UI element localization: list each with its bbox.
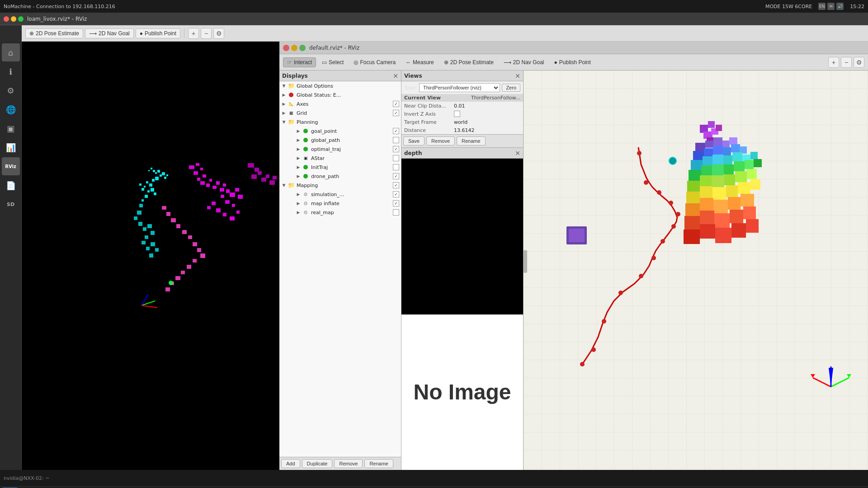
optimal-traj-expand[interactable] bbox=[296, 146, 301, 152]
rviz-pose-estimate-btn[interactable]: ⊕ 2D Pose Estimate bbox=[440, 57, 498, 67]
mapping-checkbox[interactable] bbox=[393, 182, 399, 188]
display-item-global-status[interactable]: Global Status: E... bbox=[279, 90, 401, 99]
loam-min-btn[interactable] bbox=[11, 16, 16, 22]
goal-point-expand[interactable] bbox=[296, 128, 301, 134]
display-item-global-options[interactable]: 📁 Global Options bbox=[279, 81, 401, 90]
views-remove-btn[interactable]: Remove bbox=[426, 136, 455, 145]
rviz-window-controls[interactable] bbox=[283, 45, 306, 51]
status-text: nvidia@NXX-02: ~ bbox=[4, 475, 49, 481]
sidebar-file-icon[interactable]: 📄 bbox=[2, 176, 20, 194]
sidebar-info-icon[interactable]: ℹ bbox=[2, 62, 20, 80]
loam-close-btn[interactable] bbox=[4, 16, 9, 22]
axes-checkbox[interactable] bbox=[393, 101, 399, 107]
global-path-expand[interactable] bbox=[296, 137, 301, 143]
display-item-simulation[interactable]: ⚙ simulation_... bbox=[287, 190, 401, 199]
rviz-interact-btn[interactable]: ☞ Interact bbox=[283, 57, 316, 67]
inittraj-expand[interactable] bbox=[296, 164, 301, 170]
views-close-btn[interactable]: ✕ bbox=[515, 72, 520, 80]
display-item-goal-point[interactable]: goal_point bbox=[287, 127, 401, 136]
optimal-traj-checkbox[interactable] bbox=[393, 146, 399, 152]
mapping-expand[interactable] bbox=[281, 183, 287, 188]
rviz-plus-btn[interactable]: + bbox=[828, 57, 839, 68]
svg-rect-41 bbox=[232, 204, 235, 207]
display-item-astar[interactable]: ▣ AStar bbox=[287, 154, 401, 163]
axes-expand[interactable] bbox=[281, 101, 287, 107]
simulation-expand[interactable] bbox=[296, 192, 301, 197]
rviz-extra-btn[interactable]: ⚙ bbox=[854, 57, 864, 68]
displays-duplicate-btn[interactable]: Duplicate bbox=[302, 459, 333, 468]
rviz-publish-point-btn[interactable]: ● Publish Point bbox=[550, 57, 595, 67]
views-type-select[interactable]: ThirdPersonFollower (rviz) bbox=[419, 83, 500, 92]
grid-expand[interactable] bbox=[281, 110, 287, 116]
sidebar-rviz-icon[interactable]: RViz bbox=[2, 157, 20, 175]
astar-checkbox[interactable] bbox=[393, 155, 399, 161]
invert-z-checkbox[interactable] bbox=[454, 111, 460, 117]
displays-add-btn[interactable]: Add bbox=[281, 459, 300, 468]
display-item-map-inflate[interactable]: ⚙ map inflate bbox=[287, 199, 401, 208]
sidebar-network-icon[interactable]: 🌐 bbox=[2, 100, 20, 118]
display-item-optimal-traj[interactable]: optimal_traj bbox=[287, 145, 401, 154]
display-item-real-map[interactable]: ⚙ real_map bbox=[287, 208, 401, 217]
svg-rect-76 bbox=[197, 248, 201, 252]
rviz-max-btn[interactable] bbox=[299, 45, 306, 51]
global-options-expand[interactable] bbox=[281, 83, 287, 89]
rviz-measure-btn[interactable]: ↔ Measure bbox=[401, 57, 438, 67]
rviz-focus-camera-btn[interactable]: ◎ Focus Camera bbox=[349, 57, 400, 67]
svg-rect-9 bbox=[166, 174, 168, 176]
displays-remove-btn[interactable]: Remove bbox=[334, 459, 363, 468]
sidebar-sd-icon[interactable]: SD bbox=[2, 195, 20, 213]
viewport-3d[interactable] bbox=[524, 70, 868, 470]
real-map-checkbox[interactable] bbox=[393, 209, 399, 216]
goal-point-checkbox[interactable] bbox=[393, 128, 399, 134]
depth-close-btn[interactable]: ✕ bbox=[515, 150, 520, 157]
views-rename-btn[interactable]: Rename bbox=[457, 136, 486, 145]
svg-rect-1 bbox=[148, 170, 150, 171]
rviz-nav-goal-btn[interactable]: ⟶ 2D Nav Goal bbox=[500, 57, 548, 67]
loam-max-btn[interactable] bbox=[18, 16, 24, 22]
rviz-toolbar-right: + − ⚙ bbox=[828, 57, 864, 68]
display-item-drone-path[interactable]: drone_path bbox=[287, 172, 401, 181]
rviz-close-btn[interactable] bbox=[283, 45, 289, 51]
loam-settings-btn[interactable]: ⚙ bbox=[213, 28, 224, 39]
bottom-bar: nvidia@NXX-02: ~ bbox=[0, 470, 868, 486]
loam-minus-btn[interactable]: − bbox=[201, 28, 212, 39]
simulation-checkbox[interactable] bbox=[393, 191, 399, 197]
display-item-inittraj[interactable]: InitTraj bbox=[287, 163, 401, 172]
sidebar-settings-icon[interactable]: ⚙ bbox=[2, 81, 20, 99]
displays-close-btn[interactable]: ✕ bbox=[393, 72, 398, 80]
map-inflate-expand[interactable] bbox=[296, 201, 301, 206]
global-path-checkbox[interactable] bbox=[393, 137, 399, 143]
sidebar-monitor-icon[interactable]: 📊 bbox=[2, 138, 20, 156]
inittraj-checkbox[interactable] bbox=[393, 164, 399, 170]
rviz-min-btn[interactable] bbox=[291, 45, 297, 51]
real-map-expand[interactable] bbox=[296, 210, 301, 215]
display-item-planning[interactable]: 📁 Planning bbox=[279, 117, 401, 127]
sidebar-home-icon[interactable]: ⌂ bbox=[2, 43, 20, 61]
loam-publish-point-btn[interactable]: ● Publish Point bbox=[136, 28, 180, 38]
map-inflate-checkbox[interactable] bbox=[393, 200, 399, 206]
display-item-mapping[interactable]: 📁 Mapping bbox=[279, 181, 401, 190]
planning-expand[interactable] bbox=[281, 119, 287, 125]
drone-path-checkbox[interactable] bbox=[393, 173, 399, 179]
astar-expand[interactable] bbox=[296, 155, 301, 161]
global-status-expand[interactable] bbox=[281, 92, 287, 98]
views-save-btn[interactable]: Save bbox=[403, 136, 425, 145]
drone-path-expand[interactable] bbox=[296, 174, 301, 179]
loam-plus-btn[interactable]: + bbox=[188, 28, 199, 39]
global-options-folder-icon: 📁 bbox=[288, 83, 294, 89]
display-item-global-path[interactable]: global_path bbox=[287, 136, 401, 145]
displays-rename-btn[interactable]: Rename bbox=[364, 459, 393, 468]
rviz-minus-btn[interactable]: − bbox=[841, 57, 852, 68]
display-item-axes[interactable]: 📐 Axes bbox=[279, 99, 401, 108]
loam-nav-goal-btn[interactable]: ⟶ 2D Nav Goal bbox=[85, 28, 134, 38]
near-clip-value: 0.01 bbox=[454, 103, 520, 109]
rviz-select-btn[interactable]: ▭ Select bbox=[318, 57, 348, 67]
loam-window-controls[interactable] bbox=[4, 16, 24, 22]
grid-checkbox[interactable] bbox=[393, 110, 399, 116]
svg-rect-43 bbox=[207, 206, 211, 209]
loam-pose-estimate-btn[interactable]: ⊕ 2D Pose Estimate bbox=[25, 28, 83, 38]
taskbar: ⊞ 🔍 在这里输入您要搜索的内容 ⧉ 📁 🦅 🎮 🌐 ✉ 📷 📓 🔴 🦊 🎯 💻 bbox=[0, 486, 868, 488]
sidebar-terminal-icon[interactable]: ▣ bbox=[2, 119, 20, 137]
display-item-grid[interactable]: ▦ Grid bbox=[279, 108, 401, 117]
views-zero-btn[interactable]: Zero bbox=[502, 84, 520, 92]
